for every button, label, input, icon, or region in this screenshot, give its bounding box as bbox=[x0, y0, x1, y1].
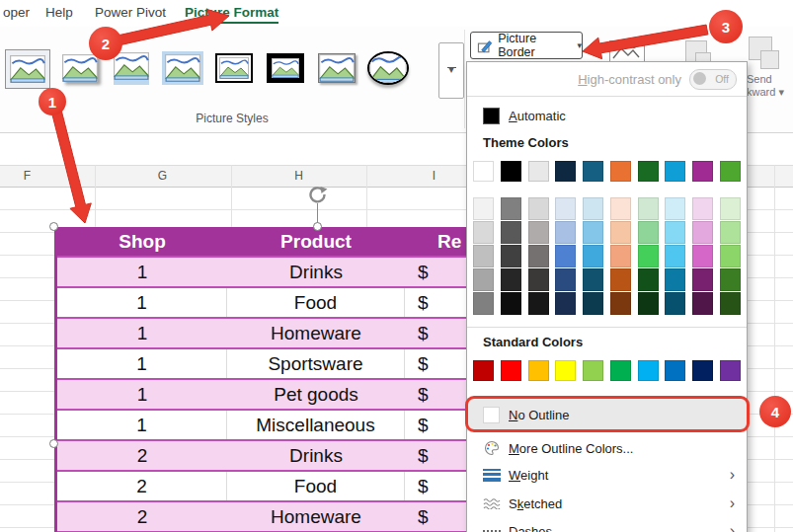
weight-item[interactable]: Weight › bbox=[467, 461, 747, 489]
theme-variant-swatch[interactable] bbox=[473, 197, 494, 220]
theme-variant-swatch[interactable] bbox=[692, 197, 713, 220]
theme-variant-swatch[interactable] bbox=[528, 268, 549, 291]
theme-variant-swatch[interactable] bbox=[692, 245, 713, 267]
theme-variant-swatch[interactable] bbox=[638, 221, 659, 244]
theme-color-swatch[interactable] bbox=[583, 161, 603, 182]
standard-color-swatch[interactable] bbox=[720, 360, 741, 381]
theme-variant-swatch[interactable] bbox=[665, 221, 685, 244]
column-header-G[interactable]: G bbox=[95, 169, 230, 183]
automatic-color-swatch bbox=[483, 108, 500, 124]
column-header-H[interactable]: H bbox=[231, 169, 366, 183]
theme-variant-swatch[interactable] bbox=[610, 268, 631, 291]
theme-color-variants bbox=[473, 197, 741, 316]
theme-variant-swatch[interactable] bbox=[528, 221, 549, 244]
automatic-color-item[interactable]: Automatic bbox=[467, 102, 747, 129]
theme-variant-swatch[interactable] bbox=[692, 221, 713, 244]
theme-variant-swatch[interactable] bbox=[528, 245, 549, 267]
more-outline-colors-item[interactable]: More Outline Colors... bbox=[467, 435, 747, 461]
standard-color-swatch[interactable] bbox=[665, 360, 685, 381]
theme-variant-swatch[interactable] bbox=[555, 268, 576, 291]
theme-variant-swatch[interactable] bbox=[665, 268, 685, 291]
theme-variant-swatch[interactable] bbox=[473, 268, 494, 291]
menu-separator bbox=[467, 96, 747, 97]
ribbon-tab-power-pivot[interactable]: Power Pivot bbox=[95, 5, 166, 20]
theme-variant-swatch[interactable] bbox=[555, 221, 576, 244]
theme-variant-swatch[interactable] bbox=[528, 197, 549, 220]
theme-variant-swatch[interactable] bbox=[501, 197, 521, 220]
theme-variant-swatch[interactable] bbox=[665, 245, 685, 267]
theme-variant-swatch[interactable] bbox=[610, 221, 631, 244]
rotate-handle-icon[interactable] bbox=[306, 186, 330, 203]
theme-color-swatch[interactable] bbox=[720, 161, 741, 182]
send-backward-button[interactable]: Send kward ▾ bbox=[747, 73, 793, 99]
theme-color-swatch[interactable] bbox=[528, 161, 549, 182]
theme-variant-swatch[interactable] bbox=[720, 245, 741, 267]
ribbon-tab-help[interactable]: Help bbox=[45, 5, 73, 20]
theme-variant-swatch[interactable] bbox=[501, 245, 521, 267]
theme-variant-swatch[interactable] bbox=[583, 268, 603, 291]
picture-style-simple-frame[interactable] bbox=[5, 49, 50, 89]
picture-style-metal-oval[interactable] bbox=[366, 49, 410, 87]
theme-variant-swatch[interactable] bbox=[610, 197, 631, 220]
gallery-more-button[interactable]: ▾ bbox=[438, 42, 464, 99]
theme-variant-swatch[interactable] bbox=[583, 292, 603, 315]
standard-color-swatch[interactable] bbox=[501, 360, 521, 381]
selection-handle-left-middle[interactable] bbox=[49, 439, 58, 448]
theme-variant-swatch[interactable] bbox=[692, 292, 713, 315]
theme-variant-swatch[interactable] bbox=[692, 268, 713, 291]
theme-color-swatch[interactable] bbox=[555, 161, 576, 182]
theme-color-swatch[interactable] bbox=[501, 161, 521, 182]
theme-variant-swatch[interactable] bbox=[473, 245, 494, 267]
theme-variant-swatch[interactable] bbox=[720, 221, 741, 244]
theme-variant-swatch[interactable] bbox=[638, 197, 659, 220]
ribbon-tab-picture-format[interactable]: Picture Format bbox=[185, 5, 278, 20]
theme-variant-swatch[interactable] bbox=[555, 292, 576, 315]
theme-variant-swatch[interactable] bbox=[665, 197, 685, 220]
standard-color-swatch[interactable] bbox=[528, 360, 549, 381]
theme-color-swatch[interactable] bbox=[638, 161, 659, 182]
picture-style-thick-black-frame[interactable] bbox=[264, 49, 307, 87]
standard-color-swatch[interactable] bbox=[555, 360, 576, 381]
theme-variant-swatch[interactable] bbox=[638, 292, 659, 315]
sketched-item[interactable]: Sketched › bbox=[467, 490, 747, 517]
theme-variant-swatch[interactable] bbox=[501, 221, 521, 244]
standard-color-swatch[interactable] bbox=[638, 360, 659, 381]
theme-variant-swatch[interactable] bbox=[501, 292, 521, 315]
theme-variant-swatch[interactable] bbox=[583, 197, 603, 220]
theme-variant-swatch[interactable] bbox=[583, 221, 603, 244]
theme-color-swatch[interactable] bbox=[665, 161, 685, 182]
theme-color-swatch[interactable] bbox=[473, 161, 494, 182]
theme-variant-swatch[interactable] bbox=[665, 292, 685, 315]
ribbon-tab-oper[interactable]: oper bbox=[3, 5, 30, 20]
theme-variant-swatch[interactable] bbox=[501, 268, 521, 291]
theme-variant-swatch[interactable] bbox=[528, 292, 549, 315]
dashes-item[interactable]: Dashes › bbox=[467, 517, 747, 532]
menu-separator bbox=[467, 327, 747, 328]
picture-style-white-frame[interactable] bbox=[212, 49, 256, 87]
theme-variant-swatch[interactable] bbox=[638, 268, 659, 291]
standard-color-swatch[interactable] bbox=[473, 360, 494, 381]
theme-variant-swatch[interactable] bbox=[720, 197, 741, 220]
theme-variant-swatch[interactable] bbox=[720, 268, 741, 291]
theme-variant-swatch[interactable] bbox=[583, 245, 603, 267]
standard-color-swatch[interactable] bbox=[583, 360, 603, 381]
picture-style-soft-edge-glow[interactable] bbox=[161, 49, 204, 87]
picture-border-button[interactable]: Picture Border ▾ bbox=[470, 32, 583, 59]
column-header-F[interactable]: F bbox=[0, 169, 95, 183]
table-cell: Drinks bbox=[227, 445, 405, 467]
theme-variant-swatch[interactable] bbox=[610, 292, 631, 315]
standard-color-swatch[interactable] bbox=[610, 360, 631, 381]
theme-color-swatch[interactable] bbox=[610, 161, 631, 182]
selection-handle-top-left[interactable] bbox=[49, 222, 58, 231]
theme-variant-swatch[interactable] bbox=[638, 245, 659, 267]
picture-style-shadow-rectangle[interactable] bbox=[315, 49, 358, 87]
theme-variant-swatch[interactable] bbox=[473, 292, 494, 315]
standard-color-swatch[interactable] bbox=[692, 360, 713, 381]
theme-variant-swatch[interactable] bbox=[720, 292, 741, 315]
selection-handle-top-middle[interactable] bbox=[313, 222, 322, 231]
theme-color-swatch[interactable] bbox=[692, 161, 713, 182]
theme-variant-swatch[interactable] bbox=[610, 245, 631, 267]
theme-variant-swatch[interactable] bbox=[473, 221, 494, 244]
theme-variant-swatch[interactable] bbox=[555, 245, 576, 267]
theme-variant-swatch[interactable] bbox=[555, 197, 576, 220]
